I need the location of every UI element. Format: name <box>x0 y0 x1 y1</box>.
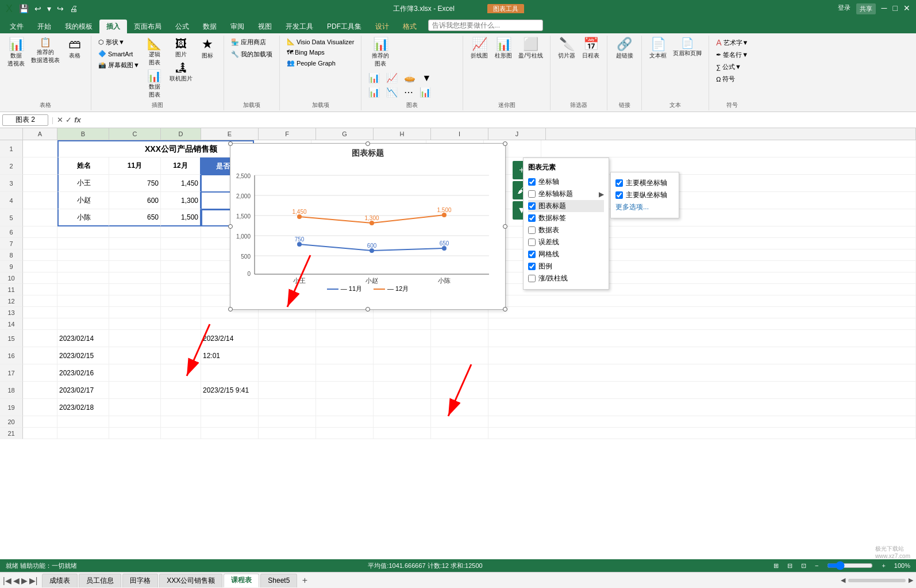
share-btn[interactable]: 共享 <box>856 3 876 14</box>
panel-item-data-labels[interactable]: 数据标签 <box>528 212 604 224</box>
textbox-btn[interactable]: 📄 文本框 <box>646 37 669 61</box>
tab-insert[interactable]: 插入 <box>99 20 127 33</box>
cell-c5[interactable]: 650 <box>109 209 161 226</box>
tab-home[interactable]: 开始 <box>30 20 58 33</box>
symbol-btn[interactable]: Ω符号 <box>714 74 750 84</box>
tab-design[interactable]: 设计 <box>368 20 396 33</box>
cell-a1[interactable] <box>23 140 57 157</box>
undo-dropdown[interactable]: ▾ <box>45 3 53 14</box>
cell-b5[interactable]: 小陈 <box>57 209 109 226</box>
print-btn[interactable]: 🖨 <box>68 3 79 14</box>
view-break-btn[interactable]: ⊡ <box>801 562 806 570</box>
timeline-btn[interactable]: 📅 日程表 <box>579 37 602 61</box>
zoom-in-btn[interactable]: + <box>882 562 885 569</box>
sheet-nav-first[interactable]: |◀ <box>3 576 11 585</box>
chart-title-checkbox[interactable] <box>528 202 536 210</box>
search-input[interactable] <box>428 20 543 31</box>
axis-title-checkbox[interactable] <box>528 190 536 198</box>
select-all-btn[interactable] <box>0 128 23 140</box>
col-header-e[interactable]: E <box>201 128 259 140</box>
chart-handle-ml[interactable] <box>228 224 233 229</box>
visio-btn[interactable]: 📐Visio Data Visualizer <box>284 37 356 47</box>
cell-b3[interactable]: 小王 <box>57 175 109 192</box>
panel-item-error-bars[interactable]: 误差线 <box>528 236 604 248</box>
row-header-5[interactable]: 5 <box>0 209 23 226</box>
sparkline-col-btn[interactable]: 📊 柱形图 <box>492 37 515 61</box>
maximize-btn[interactable]: □ <box>893 3 898 14</box>
cancel-btn[interactable]: ✕ <box>57 116 63 124</box>
formula-input[interactable] <box>83 115 914 125</box>
sheet-tab-kecheng[interactable]: 课程表 <box>224 574 259 587</box>
tab-mytemplate[interactable]: 我的模板 <box>58 20 99 33</box>
minimize-btn[interactable]: ─ <box>882 3 887 14</box>
line-chart-btn[interactable]: 📈 <box>384 71 400 84</box>
slicer-btn[interactable]: 🔪 切片器 <box>555 37 578 61</box>
col-header-h[interactable]: H <box>374 128 431 140</box>
sheet-scroll-bar[interactable] <box>848 579 906 582</box>
cell-j1[interactable] <box>541 140 916 157</box>
cell-c3[interactable]: 750 <box>109 175 161 192</box>
panel-item-legend[interactable]: 图例 <box>528 260 604 272</box>
sheet-tab-xiaoshou[interactable]: XXX公司销售额 <box>159 574 222 587</box>
chart-handle-tr[interactable] <box>503 141 507 146</box>
sparkline-line-btn[interactable]: 📈 折线图 <box>468 37 491 61</box>
undo-btn[interactable]: ↩ <box>33 3 43 14</box>
photo-btn[interactable]: 🖼 图片 <box>167 37 195 60</box>
h-axis-checkbox[interactable] <box>615 179 623 187</box>
appstore-btn[interactable]: 🏪应用商店 <box>229 37 275 48</box>
panel-item-data-table[interactable]: 数据表 <box>528 224 604 236</box>
close-btn[interactable]: ✕ <box>903 3 910 14</box>
cell-d3[interactable]: 1,450 <box>161 175 201 192</box>
bar-chart-btn[interactable]: 📊 <box>366 86 382 99</box>
scroll-left-btn[interactable]: ◀ <box>841 577 845 584</box>
cell-a5[interactable] <box>23 209 57 226</box>
view-normal-btn[interactable]: ⊞ <box>773 562 779 570</box>
tab-view[interactable]: 视图 <box>251 20 279 33</box>
chart-handle-bl[interactable] <box>228 307 233 312</box>
tab-developer[interactable]: 开发工具 <box>279 20 320 33</box>
cell-c4[interactable]: 600 <box>109 192 161 209</box>
col-header-d[interactable]: D <box>161 128 201 140</box>
row-header-3[interactable]: 3 <box>0 175 23 192</box>
panel-item-axis[interactable]: 坐标轴 <box>528 176 604 188</box>
data-labels-checkbox[interactable] <box>528 214 536 222</box>
col-header-a[interactable]: A <box>23 128 57 140</box>
combo-chart-btn[interactable]: 📊 <box>417 86 433 99</box>
cell-a3[interactable] <box>23 175 57 192</box>
trendline-checkbox[interactable] <box>528 275 536 282</box>
sub-panel-v-axis[interactable]: 主要纵坐标轴 <box>615 189 674 201</box>
chart-handle-tl[interactable] <box>228 141 233 146</box>
row-header-4[interactable]: 4 <box>0 192 23 209</box>
zoom-slider[interactable] <box>827 561 873 570</box>
sheet-tab-sheet5[interactable]: Sheet5 <box>260 574 297 587</box>
tab-pagelayout[interactable]: 页面布局 <box>127 20 168 33</box>
function-btn[interactable]: fx <box>74 116 81 124</box>
save-btn[interactable]: 💾 <box>17 3 30 14</box>
col-header-c[interactable]: C <box>109 128 161 140</box>
sheet-nav-next[interactable]: ▶ <box>21 576 28 585</box>
col-header-b[interactable]: B <box>57 128 109 140</box>
signature-btn[interactable]: ✒签名行▼ <box>714 49 750 60</box>
online-photo-btn[interactable]: 🏞 联机图片 <box>167 61 195 84</box>
sparkline-win-btn[interactable]: ⬜ 盈/亏柱线 <box>516 37 545 61</box>
row-header-1[interactable]: 1 <box>0 140 23 157</box>
v-axis-checkbox[interactable] <box>615 191 623 199</box>
col-header-rest[interactable] <box>546 128 916 140</box>
sheet-nav-last[interactable]: ▶| <box>29 576 38 585</box>
people-graph-btn[interactable]: 👥People Graph <box>284 58 356 68</box>
panel-item-gridlines[interactable]: 网格线 <box>528 248 604 260</box>
col-header-g[interactable]: G <box>316 128 374 140</box>
shape-btn[interactable]: ⬡形状▼ <box>96 37 142 48</box>
login-btn[interactable]: 登录 <box>838 3 850 14</box>
panel-item-trendline[interactable]: 涨/跌柱线 <box>528 272 604 285</box>
sheet-tab-chengji[interactable]: 成绩表 <box>42 574 78 587</box>
pivot-table-btn[interactable]: 📊 数据透视表 <box>5 37 28 69</box>
tab-format[interactable]: 格式 <box>396 20 424 33</box>
header-footer-btn[interactable]: 📄 页眉和页脚 <box>671 37 704 59</box>
scroll-right-btn[interactable]: ▶ <box>909 577 913 584</box>
cell-b2[interactable]: 姓名 <box>57 157 109 175</box>
arttext-btn[interactable]: A艺术字▼ <box>714 37 750 48</box>
col-header-j[interactable]: J <box>488 128 546 140</box>
recommend-chart-btn[interactable]: 📊 推荐的图表 <box>366 37 395 69</box>
chart-handle-mr[interactable] <box>503 224 507 229</box>
